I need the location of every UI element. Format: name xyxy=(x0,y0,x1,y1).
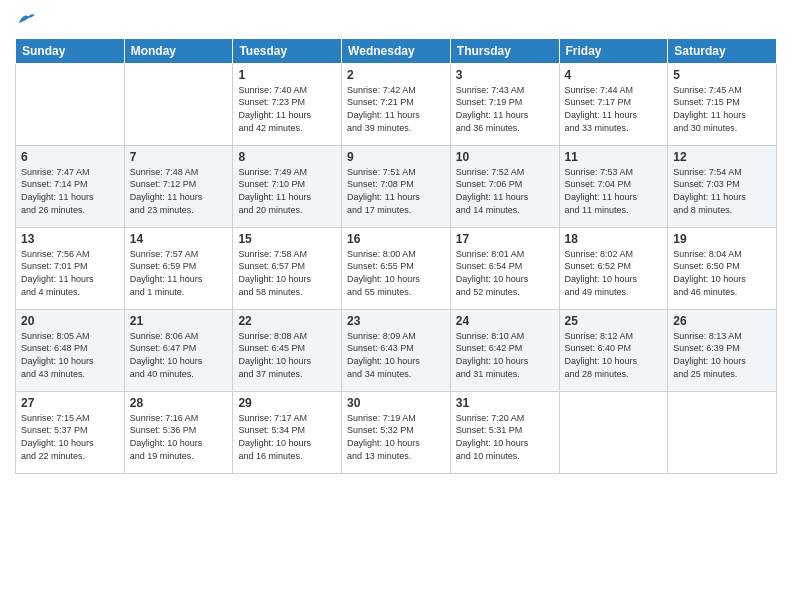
logo-text xyxy=(15,10,35,30)
calendar-cell: 15Sunrise: 7:58 AM Sunset: 6:57 PM Dayli… xyxy=(233,227,342,309)
weekday-header: Friday xyxy=(559,38,668,63)
day-number: 22 xyxy=(238,314,336,328)
day-info: Sunrise: 7:43 AM Sunset: 7:19 PM Dayligh… xyxy=(456,84,554,134)
day-info: Sunrise: 8:10 AM Sunset: 6:42 PM Dayligh… xyxy=(456,330,554,380)
weekday-header: Wednesday xyxy=(342,38,451,63)
day-number: 7 xyxy=(130,150,228,164)
day-info: Sunrise: 7:15 AM Sunset: 5:37 PM Dayligh… xyxy=(21,412,119,462)
day-info: Sunrise: 7:56 AM Sunset: 7:01 PM Dayligh… xyxy=(21,248,119,298)
header xyxy=(15,10,777,30)
day-number: 20 xyxy=(21,314,119,328)
calendar-cell: 6Sunrise: 7:47 AM Sunset: 7:14 PM Daylig… xyxy=(16,145,125,227)
day-number: 8 xyxy=(238,150,336,164)
calendar-cell: 3Sunrise: 7:43 AM Sunset: 7:19 PM Daylig… xyxy=(450,63,559,145)
day-info: Sunrise: 7:40 AM Sunset: 7:23 PM Dayligh… xyxy=(238,84,336,134)
calendar-cell xyxy=(668,391,777,473)
day-info: Sunrise: 8:13 AM Sunset: 6:39 PM Dayligh… xyxy=(673,330,771,380)
logo-bird-icon xyxy=(17,11,35,25)
weekday-header: Saturday xyxy=(668,38,777,63)
day-info: Sunrise: 7:53 AM Sunset: 7:04 PM Dayligh… xyxy=(565,166,663,216)
day-number: 14 xyxy=(130,232,228,246)
calendar-header-row: SundayMondayTuesdayWednesdayThursdayFrid… xyxy=(16,38,777,63)
day-number: 18 xyxy=(565,232,663,246)
calendar-week-row: 27Sunrise: 7:15 AM Sunset: 5:37 PM Dayli… xyxy=(16,391,777,473)
day-number: 30 xyxy=(347,396,445,410)
day-info: Sunrise: 8:01 AM Sunset: 6:54 PM Dayligh… xyxy=(456,248,554,298)
day-info: Sunrise: 8:08 AM Sunset: 6:45 PM Dayligh… xyxy=(238,330,336,380)
calendar-cell: 1Sunrise: 7:40 AM Sunset: 7:23 PM Daylig… xyxy=(233,63,342,145)
day-info: Sunrise: 8:09 AM Sunset: 6:43 PM Dayligh… xyxy=(347,330,445,380)
day-number: 10 xyxy=(456,150,554,164)
day-number: 4 xyxy=(565,68,663,82)
day-number: 29 xyxy=(238,396,336,410)
logo xyxy=(15,10,35,30)
calendar-cell: 11Sunrise: 7:53 AM Sunset: 7:04 PM Dayli… xyxy=(559,145,668,227)
day-info: Sunrise: 7:17 AM Sunset: 5:34 PM Dayligh… xyxy=(238,412,336,462)
calendar-cell: 21Sunrise: 8:06 AM Sunset: 6:47 PM Dayli… xyxy=(124,309,233,391)
calendar-cell: 5Sunrise: 7:45 AM Sunset: 7:15 PM Daylig… xyxy=(668,63,777,145)
day-number: 26 xyxy=(673,314,771,328)
day-number: 24 xyxy=(456,314,554,328)
weekday-header: Tuesday xyxy=(233,38,342,63)
day-number: 12 xyxy=(673,150,771,164)
calendar-cell: 9Sunrise: 7:51 AM Sunset: 7:08 PM Daylig… xyxy=(342,145,451,227)
day-info: Sunrise: 7:54 AM Sunset: 7:03 PM Dayligh… xyxy=(673,166,771,216)
calendar-cell: 28Sunrise: 7:16 AM Sunset: 5:36 PM Dayli… xyxy=(124,391,233,473)
day-number: 1 xyxy=(238,68,336,82)
day-number: 16 xyxy=(347,232,445,246)
calendar-cell: 17Sunrise: 8:01 AM Sunset: 6:54 PM Dayli… xyxy=(450,227,559,309)
calendar-week-row: 1Sunrise: 7:40 AM Sunset: 7:23 PM Daylig… xyxy=(16,63,777,145)
calendar-cell: 19Sunrise: 8:04 AM Sunset: 6:50 PM Dayli… xyxy=(668,227,777,309)
day-number: 31 xyxy=(456,396,554,410)
calendar-cell: 10Sunrise: 7:52 AM Sunset: 7:06 PM Dayli… xyxy=(450,145,559,227)
calendar-cell: 29Sunrise: 7:17 AM Sunset: 5:34 PM Dayli… xyxy=(233,391,342,473)
calendar-cell: 24Sunrise: 8:10 AM Sunset: 6:42 PM Dayli… xyxy=(450,309,559,391)
day-info: Sunrise: 7:45 AM Sunset: 7:15 PM Dayligh… xyxy=(673,84,771,134)
day-number: 6 xyxy=(21,150,119,164)
day-info: Sunrise: 7:16 AM Sunset: 5:36 PM Dayligh… xyxy=(130,412,228,462)
day-number: 15 xyxy=(238,232,336,246)
calendar-cell xyxy=(559,391,668,473)
day-info: Sunrise: 8:12 AM Sunset: 6:40 PM Dayligh… xyxy=(565,330,663,380)
day-number: 27 xyxy=(21,396,119,410)
day-number: 23 xyxy=(347,314,445,328)
day-info: Sunrise: 8:00 AM Sunset: 6:55 PM Dayligh… xyxy=(347,248,445,298)
calendar-cell: 23Sunrise: 8:09 AM Sunset: 6:43 PM Dayli… xyxy=(342,309,451,391)
weekday-header: Thursday xyxy=(450,38,559,63)
day-number: 3 xyxy=(456,68,554,82)
calendar-cell: 20Sunrise: 8:05 AM Sunset: 6:48 PM Dayli… xyxy=(16,309,125,391)
day-number: 9 xyxy=(347,150,445,164)
calendar-cell: 18Sunrise: 8:02 AM Sunset: 6:52 PM Dayli… xyxy=(559,227,668,309)
day-info: Sunrise: 7:47 AM Sunset: 7:14 PM Dayligh… xyxy=(21,166,119,216)
calendar-cell: 31Sunrise: 7:20 AM Sunset: 5:31 PM Dayli… xyxy=(450,391,559,473)
calendar-cell: 27Sunrise: 7:15 AM Sunset: 5:37 PM Dayli… xyxy=(16,391,125,473)
day-info: Sunrise: 7:52 AM Sunset: 7:06 PM Dayligh… xyxy=(456,166,554,216)
day-number: 25 xyxy=(565,314,663,328)
day-number: 17 xyxy=(456,232,554,246)
day-info: Sunrise: 8:06 AM Sunset: 6:47 PM Dayligh… xyxy=(130,330,228,380)
day-info: Sunrise: 7:42 AM Sunset: 7:21 PM Dayligh… xyxy=(347,84,445,134)
day-number: 28 xyxy=(130,396,228,410)
page: SundayMondayTuesdayWednesdayThursdayFrid… xyxy=(0,0,792,612)
calendar-week-row: 13Sunrise: 7:56 AM Sunset: 7:01 PM Dayli… xyxy=(16,227,777,309)
calendar-week-row: 6Sunrise: 7:47 AM Sunset: 7:14 PM Daylig… xyxy=(16,145,777,227)
day-info: Sunrise: 7:58 AM Sunset: 6:57 PM Dayligh… xyxy=(238,248,336,298)
day-number: 13 xyxy=(21,232,119,246)
day-info: Sunrise: 7:48 AM Sunset: 7:12 PM Dayligh… xyxy=(130,166,228,216)
calendar-cell xyxy=(124,63,233,145)
day-number: 11 xyxy=(565,150,663,164)
calendar-week-row: 20Sunrise: 8:05 AM Sunset: 6:48 PM Dayli… xyxy=(16,309,777,391)
day-info: Sunrise: 7:19 AM Sunset: 5:32 PM Dayligh… xyxy=(347,412,445,462)
calendar-cell: 25Sunrise: 8:12 AM Sunset: 6:40 PM Dayli… xyxy=(559,309,668,391)
calendar-cell: 4Sunrise: 7:44 AM Sunset: 7:17 PM Daylig… xyxy=(559,63,668,145)
day-info: Sunrise: 7:57 AM Sunset: 6:59 PM Dayligh… xyxy=(130,248,228,298)
day-info: Sunrise: 8:04 AM Sunset: 6:50 PM Dayligh… xyxy=(673,248,771,298)
calendar-cell: 22Sunrise: 8:08 AM Sunset: 6:45 PM Dayli… xyxy=(233,309,342,391)
day-info: Sunrise: 7:20 AM Sunset: 5:31 PM Dayligh… xyxy=(456,412,554,462)
weekday-header: Monday xyxy=(124,38,233,63)
day-number: 21 xyxy=(130,314,228,328)
calendar-cell: 30Sunrise: 7:19 AM Sunset: 5:32 PM Dayli… xyxy=(342,391,451,473)
day-info: Sunrise: 7:51 AM Sunset: 7:08 PM Dayligh… xyxy=(347,166,445,216)
calendar-cell: 14Sunrise: 7:57 AM Sunset: 6:59 PM Dayli… xyxy=(124,227,233,309)
calendar-cell: 13Sunrise: 7:56 AM Sunset: 7:01 PM Dayli… xyxy=(16,227,125,309)
